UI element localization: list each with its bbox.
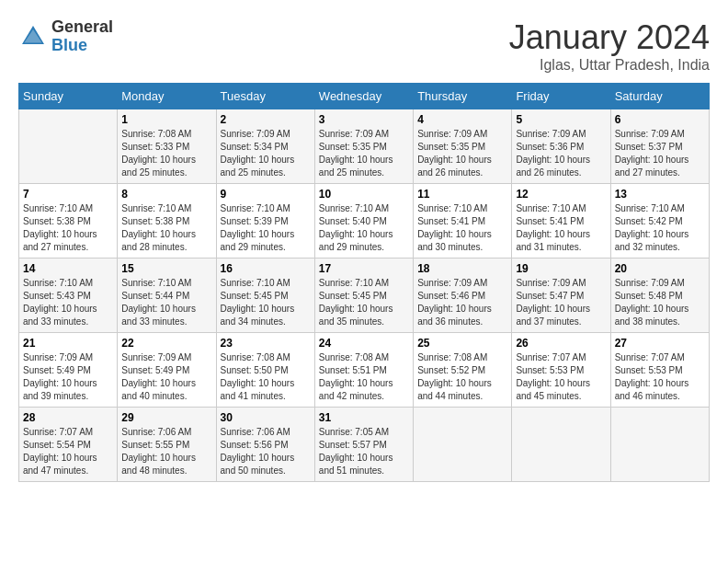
- day-info: Sunrise: 7:09 AM Sunset: 5:49 PM Dayligh…: [121, 351, 211, 403]
- day-number: 1: [121, 113, 211, 126]
- calendar-cell: 8Sunrise: 7:10 AM Sunset: 5:38 PM Daylig…: [118, 184, 216, 259]
- calendar-cell: [19, 109, 118, 184]
- day-number: 20: [615, 262, 705, 275]
- calendar-cell: 24Sunrise: 7:08 AM Sunset: 5:51 PM Dayli…: [314, 333, 413, 408]
- location: Iglas, Uttar Pradesh, India: [509, 57, 710, 74]
- calendar-week-3: 14Sunrise: 7:10 AM Sunset: 5:43 PM Dayli…: [19, 259, 710, 333]
- day-info: Sunrise: 7:10 AM Sunset: 5:38 PM Dayligh…: [121, 202, 211, 254]
- logo-text: General Blue: [51, 18, 113, 55]
- logo-blue: Blue: [51, 36, 87, 54]
- calendar-cell: [414, 408, 512, 482]
- day-info: Sunrise: 7:10 AM Sunset: 5:41 PM Dayligh…: [516, 202, 606, 254]
- day-number: 18: [417, 262, 507, 275]
- day-info: Sunrise: 7:08 AM Sunset: 5:52 PM Dayligh…: [417, 351, 507, 403]
- day-info: Sunrise: 7:10 AM Sunset: 5:42 PM Dayligh…: [615, 202, 705, 254]
- day-number: 10: [319, 188, 409, 201]
- day-number: 9: [221, 188, 311, 201]
- day-number: 25: [417, 337, 507, 350]
- calendar-cell: 21Sunrise: 7:09 AM Sunset: 5:49 PM Dayli…: [19, 333, 118, 408]
- day-info: Sunrise: 7:10 AM Sunset: 5:41 PM Dayligh…: [417, 202, 507, 254]
- calendar-cell: 5Sunrise: 7:09 AM Sunset: 5:36 PM Daylig…: [512, 109, 610, 184]
- day-info: Sunrise: 7:06 AM Sunset: 5:55 PM Dayligh…: [121, 426, 211, 477]
- day-number: 29: [121, 411, 211, 424]
- calendar-cell: 20Sunrise: 7:09 AM Sunset: 5:48 PM Dayli…: [610, 259, 709, 333]
- day-info: Sunrise: 7:09 AM Sunset: 5:47 PM Dayligh…: [516, 277, 606, 328]
- calendar-cell: 31Sunrise: 7:05 AM Sunset: 5:57 PM Dayli…: [314, 408, 413, 482]
- day-info: Sunrise: 7:09 AM Sunset: 5:49 PM Dayligh…: [23, 351, 113, 403]
- calendar-week-1: 1Sunrise: 7:08 AM Sunset: 5:33 PM Daylig…: [19, 109, 710, 184]
- calendar-cell: 6Sunrise: 7:09 AM Sunset: 5:37 PM Daylig…: [610, 109, 709, 184]
- weekday-header-sunday: Sunday: [19, 84, 118, 109]
- calendar-cell: 26Sunrise: 7:07 AM Sunset: 5:53 PM Dayli…: [512, 333, 610, 408]
- day-info: Sunrise: 7:08 AM Sunset: 5:50 PM Dayligh…: [221, 351, 311, 403]
- day-info: Sunrise: 7:10 AM Sunset: 5:45 PM Dayligh…: [319, 277, 409, 328]
- calendar-cell: 30Sunrise: 7:06 AM Sunset: 5:56 PM Dayli…: [216, 408, 314, 482]
- calendar-cell: 16Sunrise: 7:10 AM Sunset: 5:45 PM Dayli…: [216, 259, 314, 333]
- day-number: 27: [615, 337, 705, 350]
- day-number: 11: [417, 188, 507, 201]
- calendar-cell: 14Sunrise: 7:10 AM Sunset: 5:43 PM Dayli…: [19, 259, 118, 333]
- day-info: Sunrise: 7:09 AM Sunset: 5:35 PM Dayligh…: [319, 128, 409, 179]
- day-info: Sunrise: 7:09 AM Sunset: 5:37 PM Dayligh…: [615, 128, 705, 179]
- day-number: 28: [23, 411, 113, 424]
- calendar-cell: 17Sunrise: 7:10 AM Sunset: 5:45 PM Dayli…: [314, 259, 413, 333]
- day-number: 23: [221, 337, 311, 350]
- day-number: 2: [221, 113, 311, 126]
- month-title: January 2024: [509, 18, 710, 57]
- calendar-cell: 2Sunrise: 7:09 AM Sunset: 5:34 PM Daylig…: [216, 109, 314, 184]
- day-number: 13: [615, 188, 705, 201]
- calendar-cell: 29Sunrise: 7:06 AM Sunset: 5:55 PM Dayli…: [118, 408, 216, 482]
- page-header: General Blue January 2024 Iglas, Uttar P…: [18, 18, 710, 74]
- day-info: Sunrise: 7:07 AM Sunset: 5:53 PM Dayligh…: [615, 351, 705, 403]
- calendar-cell: 23Sunrise: 7:08 AM Sunset: 5:50 PM Dayli…: [216, 333, 314, 408]
- logo-general: General: [51, 17, 113, 36]
- day-info: Sunrise: 7:10 AM Sunset: 5:40 PM Dayligh…: [319, 202, 409, 254]
- calendar-cell: 10Sunrise: 7:10 AM Sunset: 5:40 PM Dayli…: [314, 184, 413, 259]
- day-info: Sunrise: 7:06 AM Sunset: 5:56 PM Dayligh…: [221, 426, 311, 477]
- day-number: 7: [23, 188, 113, 201]
- calendar-week-2: 7Sunrise: 7:10 AM Sunset: 5:38 PM Daylig…: [19, 184, 710, 259]
- day-info: Sunrise: 7:10 AM Sunset: 5:43 PM Dayligh…: [23, 277, 113, 328]
- day-info: Sunrise: 7:07 AM Sunset: 5:54 PM Dayligh…: [23, 426, 113, 477]
- day-number: 12: [516, 188, 606, 201]
- weekday-header-thursday: Thursday: [414, 84, 512, 109]
- weekday-header-saturday: Saturday: [610, 84, 709, 109]
- day-info: Sunrise: 7:08 AM Sunset: 5:51 PM Dayligh…: [319, 351, 409, 403]
- weekday-header-tuesday: Tuesday: [216, 84, 314, 109]
- day-info: Sunrise: 7:09 AM Sunset: 5:46 PM Dayligh…: [417, 277, 507, 328]
- calendar-cell: 11Sunrise: 7:10 AM Sunset: 5:41 PM Dayli…: [414, 184, 512, 259]
- day-info: Sunrise: 7:10 AM Sunset: 5:45 PM Dayligh…: [221, 277, 311, 328]
- day-info: Sunrise: 7:10 AM Sunset: 5:38 PM Dayligh…: [23, 202, 113, 254]
- day-number: 26: [516, 337, 606, 350]
- calendar-cell: 19Sunrise: 7:09 AM Sunset: 5:47 PM Dayli…: [512, 259, 610, 333]
- day-number: 30: [221, 411, 311, 424]
- calendar-week-5: 28Sunrise: 7:07 AM Sunset: 5:54 PM Dayli…: [19, 408, 710, 482]
- day-info: Sunrise: 7:05 AM Sunset: 5:57 PM Dayligh…: [319, 426, 409, 477]
- day-number: 4: [417, 113, 507, 126]
- calendar-cell: 18Sunrise: 7:09 AM Sunset: 5:46 PM Dayli…: [414, 259, 512, 333]
- weekday-header-friday: Friday: [512, 84, 610, 109]
- weekday-header-monday: Monday: [118, 84, 216, 109]
- calendar-cell: 3Sunrise: 7:09 AM Sunset: 5:35 PM Daylig…: [314, 109, 413, 184]
- day-number: 8: [121, 188, 211, 201]
- day-number: 19: [516, 262, 606, 275]
- day-number: 5: [516, 113, 606, 126]
- day-number: 21: [23, 337, 113, 350]
- calendar-cell: 25Sunrise: 7:08 AM Sunset: 5:52 PM Dayli…: [414, 333, 512, 408]
- day-number: 14: [23, 262, 113, 275]
- day-number: 24: [319, 337, 409, 350]
- day-info: Sunrise: 7:07 AM Sunset: 5:53 PM Dayligh…: [516, 351, 606, 403]
- calendar-cell: [512, 408, 610, 482]
- day-number: 3: [319, 113, 409, 126]
- day-info: Sunrise: 7:09 AM Sunset: 5:35 PM Dayligh…: [417, 128, 507, 179]
- calendar-cell: 22Sunrise: 7:09 AM Sunset: 5:49 PM Dayli…: [118, 333, 216, 408]
- day-number: 15: [121, 262, 211, 275]
- calendar-cell: 12Sunrise: 7:10 AM Sunset: 5:41 PM Dayli…: [512, 184, 610, 259]
- day-info: Sunrise: 7:10 AM Sunset: 5:44 PM Dayligh…: [121, 277, 211, 328]
- calendar-cell: 27Sunrise: 7:07 AM Sunset: 5:53 PM Dayli…: [610, 333, 709, 408]
- weekday-header-wednesday: Wednesday: [314, 84, 413, 109]
- logo: General Blue: [18, 18, 113, 55]
- calendar-cell: 13Sunrise: 7:10 AM Sunset: 5:42 PM Dayli…: [610, 184, 709, 259]
- day-number: 31: [319, 411, 409, 424]
- calendar-cell: 1Sunrise: 7:08 AM Sunset: 5:33 PM Daylig…: [118, 109, 216, 184]
